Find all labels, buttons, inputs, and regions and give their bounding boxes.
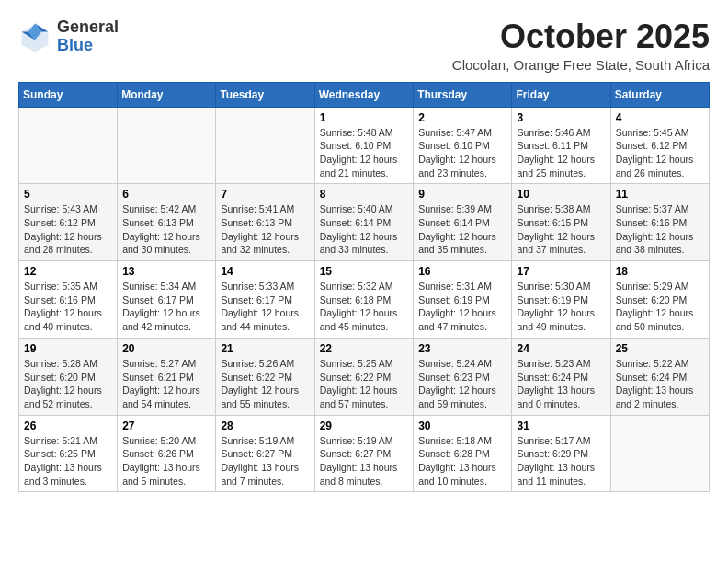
day-info: Sunrise: 5:29 AM Sunset: 6:20 PM Dayligh… xyxy=(616,280,704,334)
weekday-header: Monday xyxy=(118,82,216,107)
day-number: 5 xyxy=(24,188,112,201)
calendar-cell: 6Sunrise: 5:42 AM Sunset: 6:13 PM Daylig… xyxy=(118,184,216,261)
day-number: 23 xyxy=(418,342,506,355)
calendar-cell: 24Sunrise: 5:23 AM Sunset: 6:24 PM Dayli… xyxy=(512,338,610,415)
day-info: Sunrise: 5:27 AM Sunset: 6:21 PM Dayligh… xyxy=(122,357,210,411)
calendar-cell: 10Sunrise: 5:38 AM Sunset: 6:15 PM Dayli… xyxy=(512,184,610,261)
day-info: Sunrise: 5:31 AM Sunset: 6:19 PM Dayligh… xyxy=(418,280,506,334)
calendar-cell: 30Sunrise: 5:18 AM Sunset: 6:28 PM Dayli… xyxy=(414,415,512,492)
day-info: Sunrise: 5:25 AM Sunset: 6:22 PM Dayligh… xyxy=(320,357,409,411)
calendar-week-row: 1Sunrise: 5:48 AM Sunset: 6:10 PM Daylig… xyxy=(19,107,710,184)
calendar-cell: 21Sunrise: 5:26 AM Sunset: 6:22 PM Dayli… xyxy=(216,338,314,415)
day-info: Sunrise: 5:40 AM Sunset: 6:14 PM Dayligh… xyxy=(320,202,409,257)
calendar-cell: 17Sunrise: 5:30 AM Sunset: 6:19 PM Dayli… xyxy=(512,261,610,339)
day-number: 1 xyxy=(320,111,409,124)
calendar-cell: 23Sunrise: 5:24 AM Sunset: 6:23 PM Dayli… xyxy=(414,338,512,415)
calendar-week-row: 12Sunrise: 5:35 AM Sunset: 6:16 PM Dayli… xyxy=(19,261,710,339)
day-info: Sunrise: 5:45 AM Sunset: 6:12 PM Dayligh… xyxy=(616,126,704,180)
day-info: Sunrise: 5:38 AM Sunset: 6:15 PM Dayligh… xyxy=(517,202,605,257)
calendar-cell: 20Sunrise: 5:27 AM Sunset: 6:21 PM Dayli… xyxy=(118,338,216,415)
logo-general: General xyxy=(57,17,119,36)
day-info: Sunrise: 5:32 AM Sunset: 6:18 PM Dayligh… xyxy=(320,280,409,334)
logo-text: General Blue xyxy=(57,18,119,55)
day-number: 4 xyxy=(616,111,704,124)
location: Clocolan, Orange Free State, South Afric… xyxy=(452,57,710,73)
day-info: Sunrise: 5:22 AM Sunset: 6:24 PM Dayligh… xyxy=(616,357,704,411)
calendar-week-row: 26Sunrise: 5:21 AM Sunset: 6:25 PM Dayli… xyxy=(19,415,710,492)
calendar-cell: 3Sunrise: 5:46 AM Sunset: 6:11 PM Daylig… xyxy=(512,107,610,184)
day-number: 30 xyxy=(418,419,506,432)
day-info: Sunrise: 5:20 AM Sunset: 6:26 PM Dayligh… xyxy=(122,434,210,488)
calendar-cell: 22Sunrise: 5:25 AM Sunset: 6:22 PM Dayli… xyxy=(314,338,414,415)
calendar-cell: 15Sunrise: 5:32 AM Sunset: 6:18 PM Dayli… xyxy=(314,261,414,339)
day-info: Sunrise: 5:42 AM Sunset: 6:13 PM Dayligh… xyxy=(122,202,210,257)
calendar-cell: 16Sunrise: 5:31 AM Sunset: 6:19 PM Dayli… xyxy=(414,261,512,339)
logo: General Blue xyxy=(18,18,119,55)
day-info: Sunrise: 5:41 AM Sunset: 6:13 PM Dayligh… xyxy=(221,202,309,257)
day-number: 17 xyxy=(517,265,605,278)
calendar-cell: 14Sunrise: 5:33 AM Sunset: 6:17 PM Dayli… xyxy=(216,261,314,339)
calendar-cell xyxy=(610,415,709,492)
day-number: 6 xyxy=(122,188,210,201)
calendar-cell: 13Sunrise: 5:34 AM Sunset: 6:17 PM Dayli… xyxy=(118,261,216,339)
day-info: Sunrise: 5:17 AM Sunset: 6:29 PM Dayligh… xyxy=(517,434,605,488)
day-number: 12 xyxy=(24,265,112,278)
calendar-cell: 26Sunrise: 5:21 AM Sunset: 6:25 PM Dayli… xyxy=(19,415,118,492)
day-info: Sunrise: 5:23 AM Sunset: 6:24 PM Dayligh… xyxy=(517,357,605,411)
day-info: Sunrise: 5:33 AM Sunset: 6:17 PM Dayligh… xyxy=(221,280,309,334)
calendar-cell: 31Sunrise: 5:17 AM Sunset: 6:29 PM Dayli… xyxy=(512,415,610,492)
calendar-cell: 12Sunrise: 5:35 AM Sunset: 6:16 PM Dayli… xyxy=(19,261,118,339)
day-number: 24 xyxy=(517,342,605,355)
day-number: 26 xyxy=(24,419,112,432)
day-info: Sunrise: 5:39 AM Sunset: 6:14 PM Dayligh… xyxy=(418,202,506,257)
calendar-cell: 2Sunrise: 5:47 AM Sunset: 6:10 PM Daylig… xyxy=(414,107,512,184)
day-number: 14 xyxy=(221,265,309,278)
day-number: 2 xyxy=(418,111,506,124)
day-info: Sunrise: 5:48 AM Sunset: 6:10 PM Dayligh… xyxy=(320,126,409,180)
calendar-cell: 28Sunrise: 5:19 AM Sunset: 6:27 PM Dayli… xyxy=(216,415,314,492)
day-info: Sunrise: 5:30 AM Sunset: 6:19 PM Dayligh… xyxy=(517,280,605,334)
day-info: Sunrise: 5:37 AM Sunset: 6:16 PM Dayligh… xyxy=(616,202,704,257)
day-info: Sunrise: 5:35 AM Sunset: 6:16 PM Dayligh… xyxy=(24,280,112,334)
day-number: 27 xyxy=(122,419,210,432)
day-number: 16 xyxy=(418,265,506,278)
day-info: Sunrise: 5:34 AM Sunset: 6:17 PM Dayligh… xyxy=(122,280,210,334)
day-info: Sunrise: 5:43 AM Sunset: 6:12 PM Dayligh… xyxy=(24,202,112,257)
title-block: October 2025 Clocolan, Orange Free State… xyxy=(452,18,710,73)
weekday-header: Thursday xyxy=(414,82,512,107)
day-number: 21 xyxy=(221,342,309,355)
day-number: 11 xyxy=(616,188,704,201)
day-number: 10 xyxy=(517,188,605,201)
day-info: Sunrise: 5:19 AM Sunset: 6:27 PM Dayligh… xyxy=(221,434,309,488)
day-info: Sunrise: 5:26 AM Sunset: 6:22 PM Dayligh… xyxy=(221,357,309,411)
day-number: 25 xyxy=(616,342,704,355)
calendar-body: 1Sunrise: 5:48 AM Sunset: 6:10 PM Daylig… xyxy=(19,107,710,492)
calendar-header: SundayMondayTuesdayWednesdayThursdayFrid… xyxy=(19,82,710,107)
calendar-cell: 29Sunrise: 5:19 AM Sunset: 6:27 PM Dayli… xyxy=(314,415,414,492)
day-number: 18 xyxy=(616,265,704,278)
weekday-header: Sunday xyxy=(19,82,118,107)
day-number: 20 xyxy=(122,342,210,355)
calendar-cell: 4Sunrise: 5:45 AM Sunset: 6:12 PM Daylig… xyxy=(610,107,709,184)
day-number: 31 xyxy=(517,419,605,432)
page-header: General Blue October 2025 Clocolan, Oran… xyxy=(18,18,710,73)
calendar-cell xyxy=(19,107,118,184)
day-info: Sunrise: 5:47 AM Sunset: 6:10 PM Dayligh… xyxy=(418,126,506,180)
month-title: October 2025 xyxy=(452,18,710,55)
logo-icon xyxy=(18,20,51,53)
calendar-cell: 5Sunrise: 5:43 AM Sunset: 6:12 PM Daylig… xyxy=(19,184,118,261)
day-info: Sunrise: 5:19 AM Sunset: 6:27 PM Dayligh… xyxy=(320,434,409,488)
day-number: 29 xyxy=(320,419,409,432)
header-row: SundayMondayTuesdayWednesdayThursdayFrid… xyxy=(19,82,710,107)
day-number: 7 xyxy=(221,188,309,201)
calendar-cell xyxy=(118,107,216,184)
calendar-cell: 1Sunrise: 5:48 AM Sunset: 6:10 PM Daylig… xyxy=(314,107,414,184)
weekday-header: Friday xyxy=(512,82,610,107)
calendar-cell: 27Sunrise: 5:20 AM Sunset: 6:26 PM Dayli… xyxy=(118,415,216,492)
day-info: Sunrise: 5:18 AM Sunset: 6:28 PM Dayligh… xyxy=(418,434,506,488)
day-number: 19 xyxy=(24,342,112,355)
calendar-week-row: 5Sunrise: 5:43 AM Sunset: 6:12 PM Daylig… xyxy=(19,184,710,261)
calendar-cell xyxy=(216,107,314,184)
weekday-header: Saturday xyxy=(610,82,709,107)
calendar-cell: 11Sunrise: 5:37 AM Sunset: 6:16 PM Dayli… xyxy=(610,184,709,261)
